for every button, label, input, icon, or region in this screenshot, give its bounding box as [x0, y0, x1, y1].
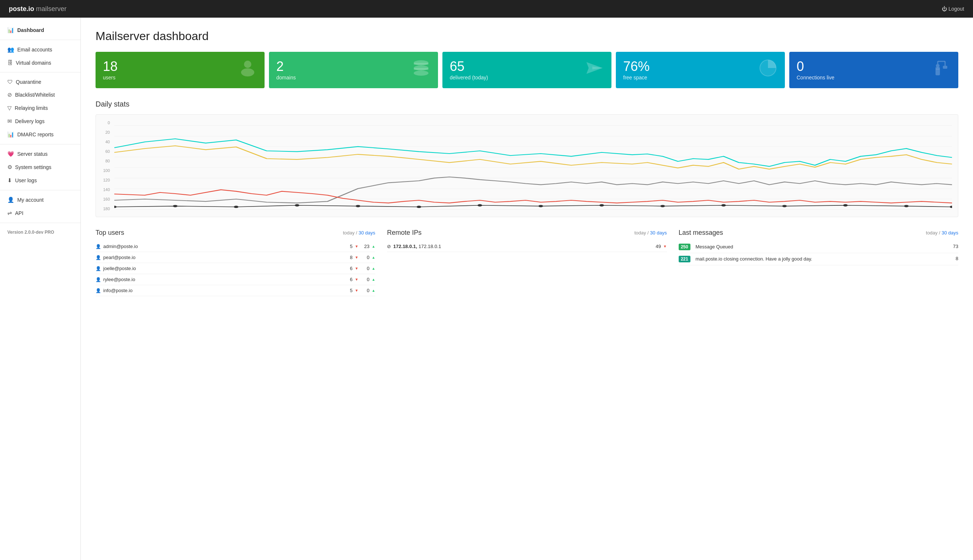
svg-point-6 [414, 70, 428, 76]
svg-point-0 [244, 61, 252, 68]
svg-point-1 [241, 68, 254, 77]
sidebar-item-quarantine[interactable]: 🛡 Quarantine [0, 75, 80, 88]
sidebar-item-blacklist-whitelist[interactable]: ⊘ Blacklist/Whitelist [0, 88, 80, 102]
up-count: 0 [360, 288, 369, 293]
sidebar-item-label: API [15, 210, 23, 216]
sidebar-item-user-logs[interactable]: ⬇ User logs [0, 174, 80, 187]
sidebar-item-label: System settings [15, 164, 52, 170]
svg-point-32 [478, 204, 482, 207]
svg-point-40 [950, 206, 952, 208]
stat-cards: 18 users 2 domains [95, 52, 958, 88]
svg-point-12 [936, 64, 940, 68]
message-text: Message Queued [696, 243, 944, 250]
sidebar-item-delivery-logs[interactable]: ✉ Delivery logs [0, 115, 80, 128]
arrow-up-icon: ▲ [372, 244, 375, 248]
y-label-20: 20 [96, 130, 112, 135]
stat-card-delivered-info: 65 delivered (today) [450, 60, 488, 80]
y-label-100: 100 [96, 168, 112, 173]
stat-card-domains: 2 domains [269, 52, 438, 88]
remote-ips-30days-link[interactable]: 30 days [650, 230, 667, 235]
last-messages-30days-link[interactable]: 30 days [941, 230, 958, 235]
sidebar-item-email-accounts[interactable]: 👥 Email accounts [0, 43, 80, 56]
shield-icon: ⊘ [387, 243, 391, 249]
svg-point-30 [356, 205, 360, 207]
down-count: 8 [344, 255, 353, 260]
user-email: pearl@poste.io [103, 255, 342, 260]
sidebar-item-virtual-domains[interactable]: 🗄 Virtual domains [0, 56, 80, 69]
sidebar-item-system-settings[interactable]: ⚙ System settings [0, 161, 80, 174]
down-count: 6 [344, 277, 353, 282]
users-icon [238, 58, 257, 82]
user-icon: 👤 [95, 244, 101, 249]
user-email: info@poste.io [103, 288, 342, 293]
arrow-down-icon: ▼ [355, 255, 359, 259]
svg-rect-5 [414, 68, 428, 70]
y-label-120: 120 [96, 178, 112, 182]
down-count: 5 [344, 288, 353, 293]
arrow-down-icon: ▼ [355, 288, 359, 292]
message-count: 8 [947, 256, 958, 261]
user-icon: 👤 [95, 266, 101, 271]
blacklist-icon: ⊘ [7, 92, 12, 98]
stat-card-connections-value: 0 [796, 60, 835, 73]
server-status-icon: 💗 [7, 151, 14, 157]
arrow-down-icon: ▼ [663, 244, 667, 248]
domains-icon [412, 58, 431, 82]
svg-point-29 [295, 204, 299, 207]
logo-sub: mailserver [34, 5, 67, 12]
virtual-domains-icon: 🗄 [7, 60, 13, 66]
stat-card-free-space-info: 76% free space [623, 60, 650, 80]
arrow-up-icon: ▲ [372, 277, 375, 282]
my-account-icon: 👤 [7, 197, 14, 203]
svg-point-35 [660, 205, 665, 207]
sidebar-item-relaying-limits[interactable]: ▽ Relaying limits [0, 102, 80, 115]
stat-card-domains-value: 2 [276, 60, 296, 73]
main-content: Mailserver dashboard 18 users 2 dom [81, 18, 973, 560]
stat-card-delivered-label: delivered (today) [450, 75, 488, 80]
sidebar: 📊 Dashboard 👥 Email accounts 🗄 Virtual d… [0, 18, 81, 560]
stat-card-users-info: 18 users [103, 60, 118, 80]
y-label-160: 160 [96, 197, 112, 202]
table-row: 👤 joelle@poste.io 6 ▼ 0 ▲ [95, 263, 375, 274]
sidebar-item-api[interactable]: ⇌ API [0, 207, 80, 220]
stat-card-domains-label: domains [276, 75, 296, 80]
remote-ips-links: today / 30 days [634, 230, 666, 235]
svg-rect-16 [943, 66, 947, 69]
svg-point-28 [234, 206, 238, 208]
arrow-up-icon: ▲ [372, 267, 375, 270]
arrow-up-icon: ▲ [372, 255, 375, 259]
last-messages-section: Last messages today / 30 days 250 Messag… [679, 229, 958, 296]
sidebar-item-label: Blacklist/Whitelist [15, 92, 55, 98]
user-email: rylee@poste.io [103, 277, 342, 282]
message-badge: 221 [679, 256, 690, 262]
chart-container: 180 160 140 120 100 80 60 40 20 0 [95, 114, 958, 217]
down-count: 5 [344, 243, 353, 249]
sidebar-item-server-status[interactable]: 💗 Server status [0, 147, 80, 161]
remote-ips-title: Remote IPs [387, 229, 422, 237]
stat-card-free-space-value: 76% [623, 60, 650, 73]
top-users-30days-link[interactable]: 30 days [359, 230, 375, 235]
logout-button[interactable]: ⏻ Logout [942, 6, 964, 12]
svg-point-37 [782, 205, 787, 207]
y-label-180: 180 [96, 207, 112, 211]
table-row: 👤 admin@poste.io 5 ▼ 23 ▲ [95, 241, 375, 252]
logo: poste.io mailserver [9, 5, 67, 13]
remote-ips-section: Remote IPs today / 30 days ⊘ 172.18.0.1,… [387, 229, 666, 296]
svg-point-39 [904, 205, 908, 207]
up-count: 0 [360, 255, 369, 260]
sidebar-item-dmarc-reports[interactable]: 📊 DMARC reports [0, 128, 80, 141]
svg-point-34 [599, 204, 604, 207]
user-icon: 👤 [95, 255, 101, 260]
y-axis-labels: 180 160 140 120 100 80 60 40 20 0 [96, 120, 112, 214]
sidebar-item-my-account[interactable]: 👤 My account [0, 193, 80, 207]
daily-stats-section: Daily stats 180 160 140 120 100 80 60 40… [95, 100, 958, 217]
arrow-down-icon: ▼ [355, 277, 359, 282]
stat-card-connections-label: Connections live [796, 75, 835, 80]
header: poste.io mailserver ⏻ Logout [0, 0, 973, 18]
last-messages-links: today / 30 days [926, 230, 958, 235]
last-messages-header: Last messages today / 30 days [679, 229, 958, 237]
y-label-80: 80 [96, 159, 112, 163]
sidebar-item-dashboard[interactable]: 📊 Dashboard [0, 23, 80, 37]
svg-rect-3 [414, 63, 428, 65]
top-users-links: today / 30 days [343, 230, 375, 235]
